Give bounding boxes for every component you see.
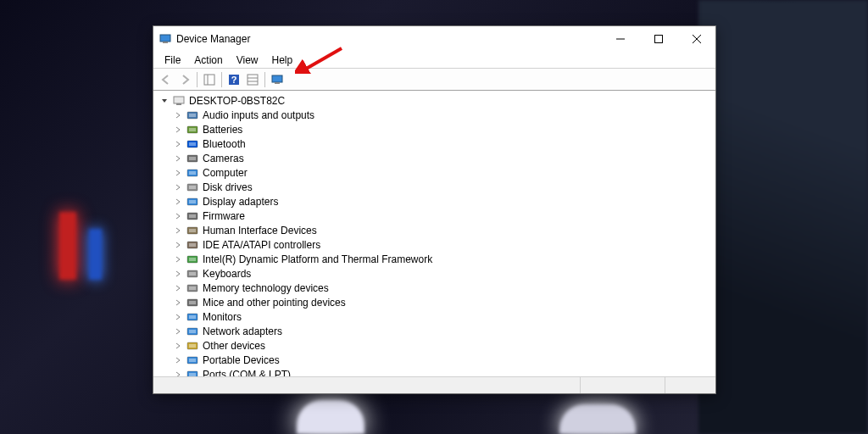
chevron-right-icon[interactable] — [172, 124, 184, 136]
device-tree[interactable]: DESKTOP-0BST82C Audio inputs and outputs… — [153, 92, 715, 376]
chevron-right-icon[interactable] — [172, 138, 184, 150]
chevron-right-icon[interactable] — [172, 311, 184, 323]
minimize-button[interactable] — [601, 26, 639, 52]
tree-node-label: Audio inputs and outputs — [203, 109, 314, 121]
tree-node-label: Batteries — [203, 124, 242, 136]
camera-icon — [186, 152, 199, 165]
chevron-right-icon[interactable] — [172, 253, 184, 265]
display-icon — [186, 195, 199, 209]
show-hide-console-tree-button[interactable] — [200, 70, 219, 89]
scan-hardware-button[interactable] — [268, 70, 287, 89]
chevron-right-icon[interactable] — [172, 109, 184, 121]
menu-action[interactable]: Action — [188, 53, 228, 68]
svg-rect-20 — [189, 128, 196, 131]
svg-text:?: ? — [231, 75, 237, 85]
chevron-right-icon[interactable] — [172, 354, 184, 366]
tree-node-label: Intel(R) Dynamic Platform and Thermal Fr… — [203, 253, 432, 265]
tree-node-label: Computer — [203, 167, 248, 179]
svg-rect-14 — [275, 82, 280, 84]
tree-node[interactable]: Mice and other pointing devices — [157, 295, 715, 309]
disk-icon — [186, 181, 199, 194]
tree-node[interactable]: Batteries — [157, 122, 715, 136]
menu-view[interactable]: View — [231, 53, 264, 68]
tree-node-label: Ports (COM & LPT) — [203, 369, 291, 377]
chevron-right-icon[interactable] — [172, 153, 184, 164]
svg-rect-28 — [189, 186, 196, 189]
monitor-icon — [186, 310, 199, 324]
memory-icon — [186, 281, 199, 295]
tree-node[interactable]: Audio inputs and outputs — [157, 108, 715, 122]
menu-help[interactable]: Help — [266, 53, 299, 68]
chevron-right-icon[interactable] — [172, 282, 184, 294]
tree-node[interactable]: Intel(R) Dynamic Platform and Thermal Fr… — [157, 252, 715, 266]
svg-rect-46 — [189, 315, 196, 319]
tree-node[interactable]: Cameras — [157, 151, 715, 165]
tree-node[interactable]: Portable Devices — [157, 353, 715, 367]
svg-rect-10 — [248, 75, 258, 85]
chip-icon — [186, 253, 199, 266]
tree-node-label: Bluetooth — [203, 138, 246, 150]
back-button[interactable] — [157, 70, 175, 89]
portable-icon — [186, 353, 199, 367]
tree-node-label: Display adapters — [203, 196, 278, 208]
menu-file[interactable]: File — [159, 53, 186, 68]
tree-node[interactable]: Network adapters — [157, 324, 715, 338]
chevron-right-icon[interactable] — [172, 239, 184, 251]
svg-rect-26 — [189, 171, 196, 175]
tree-node[interactable]: Human Interface Devices — [157, 223, 715, 237]
tree-node[interactable]: Ports (COM & LPT) — [157, 367, 715, 376]
chevron-right-icon[interactable] — [172, 181, 184, 193]
root-label: DESKTOP-0BST82C — [189, 95, 285, 107]
content-area: DESKTOP-0BST82C Audio inputs and outputs… — [153, 91, 715, 376]
chevron-right-icon[interactable] — [172, 369, 184, 377]
other-icon — [186, 339, 199, 353]
chevron-right-icon[interactable] — [172, 268, 184, 280]
chevron-right-icon[interactable] — [172, 326, 184, 337]
battery-icon — [186, 123, 199, 136]
tree-node[interactable]: Keyboards — [157, 266, 715, 281]
device-manager-window: Device Manager File Action View Help — [153, 25, 716, 394]
svg-rect-24 — [189, 157, 196, 160]
menubar: File Action View Help — [153, 52, 715, 69]
chevron-right-icon[interactable] — [172, 210, 184, 222]
tree-node[interactable]: IDE ATA/ATAPI controllers — [157, 237, 715, 252]
tree-node[interactable]: Bluetooth — [157, 136, 715, 151]
view-button[interactable] — [243, 70, 262, 89]
help-button[interactable]: ? — [225, 70, 243, 89]
computer-icon — [186, 166, 199, 180]
tree-node[interactable]: Firmware — [157, 209, 715, 223]
svg-rect-13 — [272, 75, 282, 82]
tree-node-label: IDE ATA/ATAPI controllers — [203, 239, 320, 251]
svg-rect-6 — [204, 75, 214, 85]
chevron-down-icon[interactable] — [159, 95, 170, 107]
network-icon — [186, 325, 199, 338]
maximize-button[interactable] — [639, 26, 677, 52]
ide-icon — [186, 238, 199, 252]
svg-rect-18 — [189, 114, 196, 117]
tree-node[interactable]: Computer — [157, 165, 715, 180]
tree-node-label: Keyboards — [203, 268, 251, 280]
chevron-right-icon[interactable] — [172, 340, 184, 352]
svg-rect-32 — [189, 214, 196, 218]
chevron-right-icon[interactable] — [172, 225, 184, 236]
titlebar[interactable]: Device Manager — [153, 26, 715, 52]
tree-node[interactable]: Other devices — [157, 338, 715, 353]
chevron-right-icon[interactable] — [172, 167, 184, 179]
forward-button[interactable] — [175, 70, 194, 89]
tree-root-node[interactable]: DESKTOP-0BST82C — [157, 93, 715, 108]
close-button[interactable] — [677, 26, 715, 52]
tree-node-label: Mice and other pointing devices — [203, 297, 346, 309]
chevron-right-icon[interactable] — [172, 196, 184, 208]
svg-rect-48 — [189, 330, 196, 333]
tree-node-label: Other devices — [203, 340, 265, 352]
mouse-icon — [186, 296, 199, 309]
svg-rect-44 — [189, 301, 196, 304]
tree-node[interactable]: Monitors — [157, 309, 715, 324]
chevron-right-icon[interactable] — [172, 297, 184, 309]
audio-icon — [186, 108, 199, 122]
tree-node[interactable]: Disk drives — [157, 180, 715, 194]
tree-node[interactable]: Display adapters — [157, 194, 715, 209]
tree-node[interactable]: Memory technology devices — [157, 281, 715, 295]
keyboard-icon — [186, 267, 199, 281]
tree-node-label: Memory technology devices — [203, 282, 329, 294]
